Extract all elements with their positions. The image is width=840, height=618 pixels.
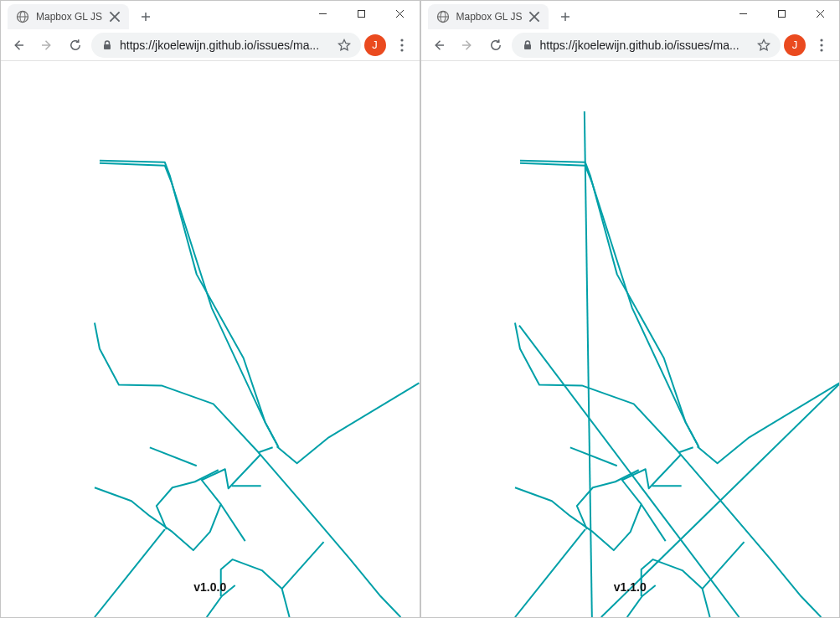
- svg-line-34: [584, 111, 591, 617]
- forward-button[interactable]: [455, 33, 480, 58]
- forward-button[interactable]: [34, 33, 59, 58]
- maximize-button[interactable]: [762, 1, 801, 26]
- bookmark-star-icon[interactable]: [338, 39, 351, 52]
- profile-avatar[interactable]: J: [784, 34, 806, 56]
- browser-tab[interactable]: Mapbox GL JS: [8, 4, 129, 29]
- version-label: v1.0.0: [1, 580, 420, 594]
- svg-point-33: [820, 49, 822, 51]
- svg-rect-13: [104, 44, 111, 49]
- url-text: https://jkoelewijn.github.io/issues/ma..…: [540, 39, 751, 52]
- browser-toolbar: https://jkoelewijn.github.io/issues/ma..…: [1, 29, 420, 61]
- window-titlebar: Mapbox GL JS: [421, 1, 840, 29]
- map-canvas[interactable]: [1, 61, 420, 617]
- browser-toolbar: https://jkoelewijn.github.io/issues/ma..…: [421, 29, 840, 61]
- lock-icon: [522, 39, 533, 51]
- browser-tab[interactable]: Mapbox GL JS: [428, 4, 549, 29]
- svg-point-32: [820, 44, 822, 46]
- close-window-button[interactable]: [801, 1, 839, 26]
- version-label: v1.1.0: [421, 580, 840, 594]
- svg-rect-25: [778, 10, 785, 17]
- globe-icon: [436, 10, 450, 23]
- profile-avatar[interactable]: J: [364, 34, 386, 56]
- new-tab-button[interactable]: [554, 5, 577, 28]
- browser-window-left: Mapbox GL JS https://jkoelewijn.github.i…: [0, 0, 420, 618]
- kebab-menu-icon[interactable]: [809, 33, 834, 58]
- page-content[interactable]: v1.0.0: [1, 61, 420, 617]
- svg-point-14: [400, 39, 403, 41]
- svg-rect-8: [358, 10, 365, 17]
- address-bar[interactable]: https://jkoelewijn.github.io/issues/ma..…: [91, 33, 361, 58]
- browser-window-right: Mapbox GL JS https://jkoelewijn.github.i…: [420, 0, 841, 618]
- svg-rect-30: [524, 44, 531, 49]
- tab-title: Mapbox GL JS: [456, 11, 523, 23]
- window-titlebar: Mapbox GL JS: [1, 1, 420, 29]
- svg-point-31: [820, 39, 822, 41]
- kebab-menu-icon[interactable]: [389, 33, 415, 58]
- back-button[interactable]: [426, 33, 451, 58]
- tab-title: Mapbox GL JS: [36, 11, 102, 23]
- back-button[interactable]: [6, 33, 31, 58]
- url-text: https://jkoelewijn.github.io/issues/ma..…: [120, 39, 331, 52]
- close-tab-icon[interactable]: [528, 11, 540, 23]
- window-controls: [304, 1, 420, 28]
- close-tab-icon[interactable]: [109, 11, 121, 23]
- page-content[interactable]: v1.1.0: [421, 61, 840, 617]
- reload-button[interactable]: [63, 33, 88, 58]
- lock-icon: [101, 39, 113, 51]
- address-bar[interactable]: https://jkoelewijn.github.io/issues/ma..…: [512, 33, 781, 58]
- window-controls: [724, 1, 839, 28]
- map-canvas[interactable]: [421, 61, 840, 617]
- globe-icon: [16, 10, 29, 23]
- svg-line-35: [518, 326, 739, 617]
- new-tab-button[interactable]: [134, 5, 157, 28]
- close-window-button[interactable]: [381, 1, 420, 26]
- minimize-button[interactable]: [304, 1, 343, 26]
- maximize-button[interactable]: [343, 1, 381, 26]
- reload-button[interactable]: [483, 33, 508, 58]
- svg-point-15: [400, 44, 403, 46]
- svg-point-16: [400, 49, 403, 51]
- minimize-button[interactable]: [724, 1, 762, 26]
- bookmark-star-icon[interactable]: [757, 39, 770, 52]
